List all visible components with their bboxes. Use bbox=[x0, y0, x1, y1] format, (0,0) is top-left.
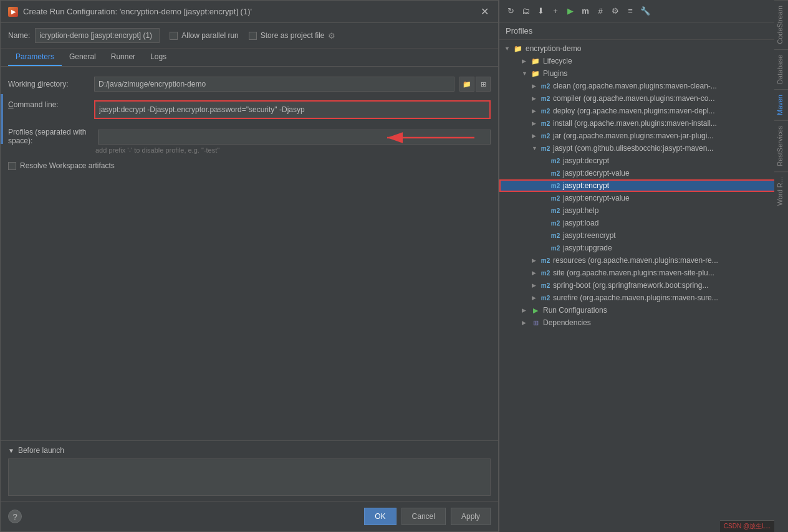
tree-jasypt-decrypt-value[interactable]: m2 jasypt:decrypt-value bbox=[499, 167, 788, 179]
add-repo-icon[interactable]: 🗂 bbox=[519, 5, 532, 17]
before-launch-header[interactable]: ▼ Before launch bbox=[8, 446, 491, 455]
tree-jasypt-load[interactable]: m2 jasypt:load bbox=[499, 217, 788, 229]
allow-parallel-checkbox[interactable] bbox=[170, 32, 178, 40]
store-project-checkbox[interactable] bbox=[249, 32, 257, 40]
tree-jasypt-encrypt-value[interactable]: m2 jasypt:encrypt-value bbox=[499, 192, 788, 204]
tree-plugins[interactable]: ▼ 📁 Plugins bbox=[499, 67, 788, 80]
create-icon[interactable]: + bbox=[549, 5, 562, 17]
tree-jasypt-decrypt-label: jasypt:decrypt bbox=[563, 156, 609, 165]
tree-run-configs[interactable]: ▶ ▶ Run Configurations bbox=[499, 304, 788, 316]
tree-jasypt-upgrade[interactable]: m2 jasypt:upgrade bbox=[499, 242, 788, 254]
tree-clean[interactable]: ▶ m2 clean (org.apache.maven.plugins:mav… bbox=[499, 80, 788, 92]
tree-lifecycle-label: Lifecycle bbox=[543, 57, 572, 65]
profiles-row: Profiles (separated with space): add pre… bbox=[8, 128, 491, 154]
tree-jasypt-decrypt-value-label: jasypt:decrypt-value bbox=[563, 169, 630, 178]
settings-icon[interactable]: ⚙ bbox=[609, 5, 622, 17]
close-button[interactable]: ✕ bbox=[478, 6, 491, 18]
tree-resources[interactable]: ▶ m2 resources (org.apache.maven.plugins… bbox=[499, 254, 788, 267]
deploy-arrow-icon: ▶ bbox=[532, 108, 541, 114]
tree-jasypt-encrypt[interactable]: m2 jasypt:encrypt bbox=[499, 179, 788, 192]
wrench-icon[interactable]: 🔧 bbox=[639, 5, 651, 17]
app-icon: ▶ bbox=[8, 7, 18, 17]
ok-button[interactable]: OK bbox=[364, 508, 396, 525]
name-input[interactable] bbox=[35, 28, 160, 43]
store-project-gear-icon[interactable]: ⚙ bbox=[328, 31, 335, 40]
deploy-plugin-icon: m2 bbox=[541, 106, 550, 116]
tree-site-label: site (org.apache.maven.plugins:maven-sit… bbox=[553, 268, 714, 277]
tree-deploy[interactable]: ▶ m2 deploy (org.apache.maven.plugins:ma… bbox=[499, 105, 788, 117]
tab-runner[interactable]: Runner bbox=[103, 49, 143, 66]
tab-general[interactable]: General bbox=[62, 49, 103, 66]
tree-compiler[interactable]: ▶ m2 compiler (org.apache.maven.plugins:… bbox=[499, 92, 788, 105]
dialog-panel: ▶ Create Run Configuration: 'encryption-… bbox=[0, 0, 499, 532]
jasypt-upgrade-goal-icon: m2 bbox=[550, 243, 560, 253]
profiles-label: Profiles (separated with space): bbox=[8, 128, 93, 145]
footer-right: OK Cancel Apply bbox=[364, 508, 491, 525]
tree-site[interactable]: ▶ m2 site (org.apache.maven.plugins:mave… bbox=[499, 267, 788, 279]
lifecycle-folder-icon: 📁 bbox=[531, 56, 541, 66]
maven-icon[interactable]: m bbox=[579, 5, 592, 17]
refresh-icon[interactable]: ↻ bbox=[504, 5, 517, 17]
clean-plugin-icon: m2 bbox=[541, 81, 550, 91]
tree-dependencies[interactable]: ▶ ⊞ Dependencies bbox=[499, 316, 788, 329]
tree-jasypt-load-label: jasypt:load bbox=[563, 219, 598, 227]
side-label-word[interactable]: Word R... bbox=[774, 171, 788, 211]
tree-jasypt-decrypt[interactable]: m2 jasypt:decrypt bbox=[499, 154, 788, 167]
task-icon[interactable]: ≡ bbox=[624, 5, 637, 17]
allow-parallel-label: Allow parallel run bbox=[181, 31, 238, 40]
tab-logs[interactable]: Logs bbox=[143, 49, 174, 66]
jasypt-arrow-icon: ▼ bbox=[532, 145, 541, 151]
tree-jasypt-reencrypt[interactable]: m2 jasypt:reencrypt bbox=[499, 229, 788, 242]
pin-icon[interactable]: # bbox=[594, 5, 607, 17]
side-label-restservices[interactable]: RestServices bbox=[774, 120, 788, 171]
jasypt-help-goal-icon: m2 bbox=[550, 206, 560, 216]
jasypt-load-goal-icon: m2 bbox=[550, 218, 560, 228]
tree-root[interactable]: ▼ 📁 encryption-demo bbox=[499, 42, 788, 55]
tree-install[interactable]: ▶ m2 install (org.apache.maven.plugins:m… bbox=[499, 117, 788, 130]
dir-buttons: 📁 ⊞ bbox=[459, 77, 491, 92]
tree-dependencies-label: Dependencies bbox=[543, 318, 591, 327]
apply-button[interactable]: Apply bbox=[451, 508, 491, 525]
cancel-button[interactable]: Cancel bbox=[401, 508, 446, 525]
side-label-codestream[interactable]: CodeStream bbox=[774, 0, 788, 49]
profiles-form-row: Profiles (separated with space): bbox=[8, 128, 491, 145]
download-icon[interactable]: ⬇ bbox=[534, 5, 547, 17]
dir-var-btn[interactable]: ⊞ bbox=[476, 77, 491, 92]
clean-arrow-icon: ▶ bbox=[532, 83, 541, 89]
working-dir-label: Working directory: bbox=[8, 80, 89, 88]
tree-lifecycle[interactable]: ▶ 📁 Lifecycle bbox=[499, 55, 788, 67]
tree-jasypt-help[interactable]: m2 jasypt:help bbox=[499, 204, 788, 217]
profiles-panel-title: Profiles bbox=[499, 22, 788, 40]
tree-clean-label: clean (org.apache.maven.plugins:maven-cl… bbox=[553, 82, 717, 90]
dialog-content: Working directory: 📁 ⊞ Command line: Pro… bbox=[1, 67, 498, 440]
tree-jar[interactable]: ▶ m2 jar (org.apache.maven.plugins:maven… bbox=[499, 130, 788, 142]
jar-arrow-icon: ▶ bbox=[532, 133, 541, 139]
command-line-wrapper bbox=[94, 100, 491, 119]
left-accent bbox=[1, 94, 3, 144]
profiles-input[interactable] bbox=[98, 130, 491, 145]
dir-browse-btn[interactable]: 📁 bbox=[459, 77, 474, 92]
store-project-row: Store as project file ⚙ bbox=[249, 31, 336, 40]
spring-boot-arrow-icon: ▶ bbox=[532, 282, 541, 288]
side-label-database[interactable]: Database bbox=[774, 49, 788, 89]
tree-surefire[interactable]: ▶ m2 surefire (org.apache.maven.plugins:… bbox=[499, 292, 788, 304]
before-launch-content bbox=[8, 458, 491, 496]
tree-jasypt-help-label: jasypt:help bbox=[563, 206, 598, 215]
dialog-footer: ? OK Cancel Apply bbox=[1, 501, 498, 531]
run-configs-arrow-icon: ▶ bbox=[522, 307, 531, 313]
side-label-maven[interactable]: Maven bbox=[774, 89, 788, 120]
compiler-arrow-icon: ▶ bbox=[532, 95, 541, 102]
run-icon[interactable]: ▶ bbox=[564, 5, 577, 17]
root-folder-icon: 📁 bbox=[513, 44, 523, 54]
help-button[interactable]: ? bbox=[8, 510, 22, 523]
before-launch-label: Before launch bbox=[18, 446, 64, 455]
working-dir-input[interactable] bbox=[94, 77, 454, 92]
tree-spring-boot-label: spring-boot (org.springframework.boot:sp… bbox=[553, 281, 708, 290]
resolve-workspace-checkbox[interactable] bbox=[8, 162, 16, 170]
tree-spring-boot[interactable]: ▶ m2 spring-boot (org.springframework.bo… bbox=[499, 279, 788, 292]
resolve-workspace-row: Resolve Workspace artifacts bbox=[8, 161, 491, 170]
command-line-input[interactable] bbox=[95, 102, 489, 118]
tab-parameters[interactable]: Parameters bbox=[8, 49, 62, 66]
tree-jasypt[interactable]: ▼ m2 jasypt (com.github.ulisesbocchio:ja… bbox=[499, 142, 788, 154]
dialog-title: Create Run Configuration: 'encryption-de… bbox=[23, 7, 252, 16]
